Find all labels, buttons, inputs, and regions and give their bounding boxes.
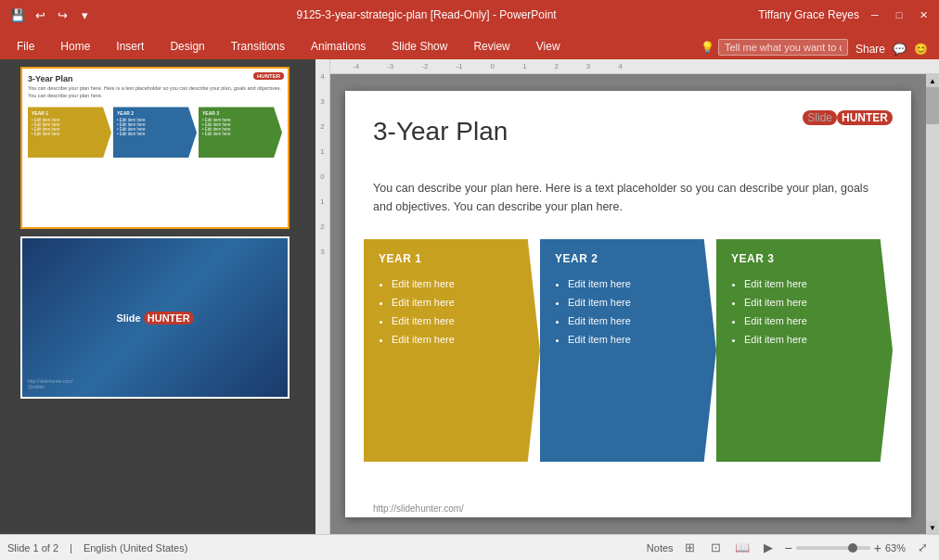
slide-thumbnail-2: Slide HUNTER http://slidehunter.com/ @sl… xyxy=(20,236,289,399)
ribbon-tabs: File Home Insert Design Transitions Anim… xyxy=(0,30,939,59)
thumb1-arrows: YEAR 1 • Edit item here • Edit item here… xyxy=(22,103,288,161)
tab-file[interactable]: File xyxy=(4,33,47,59)
year3-label: YEAR 3 xyxy=(731,252,878,265)
year1-item-2: Edit item here xyxy=(392,297,525,308)
search-input[interactable] xyxy=(718,39,848,56)
canvas-and-scroll: 3-Year Plan SlideHUNTER You can describe… xyxy=(330,74,939,534)
vertical-scrollbar[interactable]: ▲ ▼ xyxy=(926,74,939,534)
tab-animations[interactable]: Animations xyxy=(298,33,379,59)
zoom-slider[interactable] xyxy=(796,546,870,550)
year3-block: YEAR 3 Edit item here Edit item here Edi… xyxy=(716,239,893,462)
tab-review[interactable]: Review xyxy=(460,33,522,59)
year1-item-1: Edit item here xyxy=(392,278,525,289)
year1-label: YEAR 1 xyxy=(379,252,525,265)
year1-item-4: Edit item here xyxy=(392,334,525,345)
main-area: 1 3-Year Plan HUNTER You can describe yo… xyxy=(0,59,939,534)
ruler-vertical: 4 3 2 1 0 1 2 3 xyxy=(315,59,330,534)
customize-qat-button[interactable]: ▾ xyxy=(74,5,95,25)
ribbon-search: 💡 xyxy=(701,39,848,59)
redo-button[interactable]: ↪ xyxy=(52,5,72,25)
slide-main-title: 3-Year Plan xyxy=(373,117,508,146)
editor-area: -4 -3 -2 -1 0 1 2 3 4 3-Year Plan SlideH… xyxy=(330,59,939,534)
tab-design[interactable]: Design xyxy=(157,33,217,59)
slide-counter: Slide 1 of 2 xyxy=(7,542,58,554)
thumb2-bottom: http://slidehunter.com/ @slideh xyxy=(28,378,73,389)
thumb2-inner: Slide HUNTER http://slidehunter.com/ @sl… xyxy=(22,238,288,397)
year3-item-1: Edit item here xyxy=(744,278,878,289)
zoom-level[interactable]: 63% xyxy=(885,542,906,554)
ribbon-extras: Share 💬 😊 xyxy=(848,43,935,59)
language: English (United States) xyxy=(84,542,188,554)
thumb1-year2: YEAR 2 • Edit item here • Edit item here… xyxy=(113,107,197,158)
scroll-down-button[interactable]: ▼ xyxy=(926,521,939,534)
year2-block: YEAR 2 Edit item here Edit item here Edi… xyxy=(540,239,716,462)
year2-item-1: Edit item here xyxy=(568,278,701,289)
zoom-slider-thumb[interactable] xyxy=(848,543,857,553)
notes-button[interactable]: Notes xyxy=(647,542,674,554)
tab-slideshow[interactable]: Slide Show xyxy=(379,33,460,59)
minimize-button[interactable]: ─ xyxy=(867,6,883,23)
year1-item-3: Edit item here xyxy=(392,315,525,326)
search-bulb-icon: 💡 xyxy=(701,41,714,54)
thumb1-title: 3-Year Plan xyxy=(22,69,288,85)
restore-button[interactable]: □ xyxy=(891,6,907,23)
arrows-container: YEAR 1 Edit item here Edit item here Edi… xyxy=(364,239,893,462)
scroll-up-button[interactable]: ▲ xyxy=(926,74,939,87)
ruler-horizontal: -4 -3 -2 -1 0 1 2 3 4 xyxy=(330,59,939,74)
year2-label: YEAR 2 xyxy=(555,252,701,265)
fit-window-button[interactable]: ⤢ xyxy=(913,539,932,557)
slide-thumbnail-1: 3-Year Plan HUNTER You can describe your… xyxy=(20,67,289,229)
zoom-out-button[interactable]: − xyxy=(785,541,792,555)
slide-sorter-button[interactable]: ⊡ xyxy=(707,539,726,557)
quick-access-toolbar: 💾 ↩ ↪ ▾ xyxy=(7,5,95,25)
slide-thumb-2[interactable]: 2 Slide HUNTER http://slidehunter.com/ @… xyxy=(6,236,310,399)
window-title: 9125-3-year-strategic-plan [Read-Only] -… xyxy=(297,8,557,21)
year1-items: Edit item here Edit item here Edit item … xyxy=(379,278,525,352)
user-name: Tiffany Grace Reyes xyxy=(758,8,859,21)
tab-transitions[interactable]: Transitions xyxy=(218,33,298,59)
zoom-controls: − + 63% xyxy=(785,541,906,555)
title-bar-right: Tiffany Grace Reyes ─ □ ✕ xyxy=(758,6,932,23)
status-bar-right: Notes ⊞ ⊡ 📖 ▶ − + 63% ⤢ xyxy=(647,539,932,557)
scroll-thumb[interactable] xyxy=(926,87,939,124)
thumb1-logo: HUNTER xyxy=(253,72,284,80)
scroll-track[interactable] xyxy=(926,87,939,521)
thumb1-text: You can describe your plan here. Here is… xyxy=(22,85,288,103)
slide-canvas-wrap: 3-Year Plan SlideHUNTER You can describe… xyxy=(330,74,926,534)
year3-item-3: Edit item here xyxy=(744,315,878,326)
year1-block: YEAR 1 Edit item here Edit item here Edi… xyxy=(364,239,540,462)
year3-items: Edit item here Edit item here Edit item … xyxy=(731,278,878,352)
thumb2-url2: @slideh xyxy=(28,384,73,389)
slide-description: You can describe your plan here. Here is… xyxy=(373,179,883,216)
tab-home[interactable]: Home xyxy=(47,33,103,59)
thumb1-year3: YEAR 3 • Edit item here • Edit item here… xyxy=(199,107,282,158)
comment-icon[interactable]: 💬 xyxy=(893,43,907,56)
title-bar-left: 💾 ↩ ↪ ▾ xyxy=(7,5,95,25)
thumb1-year1: YEAR 1 • Edit item here • Edit item here… xyxy=(28,107,111,158)
language-indicator: | xyxy=(70,542,72,554)
smiley-icon: 😊 xyxy=(914,43,928,56)
slide-logo: SlideHUNTER xyxy=(803,109,893,124)
year2-item-4: Edit item here xyxy=(568,334,701,345)
year2-items: Edit item here Edit item here Edit item … xyxy=(555,278,701,352)
slideshow-button[interactable]: ▶ xyxy=(759,539,778,557)
tab-view[interactable]: View xyxy=(523,33,573,59)
undo-button[interactable]: ↩ xyxy=(30,5,50,25)
tab-insert[interactable]: Insert xyxy=(103,33,157,59)
save-button[interactable]: 💾 xyxy=(7,5,28,25)
slides-panel: 1 3-Year Plan HUNTER You can describe yo… xyxy=(0,59,315,534)
slide-url: http://slidehunter.com/ xyxy=(373,503,464,514)
title-bar: 💾 ↩ ↪ ▾ 9125-3-year-strategic-plan [Read… xyxy=(0,0,939,30)
slide-thumb-1[interactable]: 1 3-Year Plan HUNTER You can describe yo… xyxy=(6,67,310,229)
normal-view-button[interactable]: ⊞ xyxy=(681,539,700,557)
year2-item-3: Edit item here xyxy=(568,315,701,326)
close-button[interactable]: ✕ xyxy=(915,6,932,23)
status-bar: Slide 1 of 2 | English (United States) N… xyxy=(0,534,939,560)
year3-item-2: Edit item here xyxy=(744,297,878,308)
reading-view-button[interactable]: 📖 xyxy=(733,539,752,557)
zoom-in-button[interactable]: + xyxy=(874,541,881,555)
year2-item-2: Edit item here xyxy=(568,297,701,308)
share-button[interactable]: Share xyxy=(855,43,885,56)
year3-item-4: Edit item here xyxy=(744,334,878,345)
thumb2-logo: Slide HUNTER xyxy=(116,312,193,324)
